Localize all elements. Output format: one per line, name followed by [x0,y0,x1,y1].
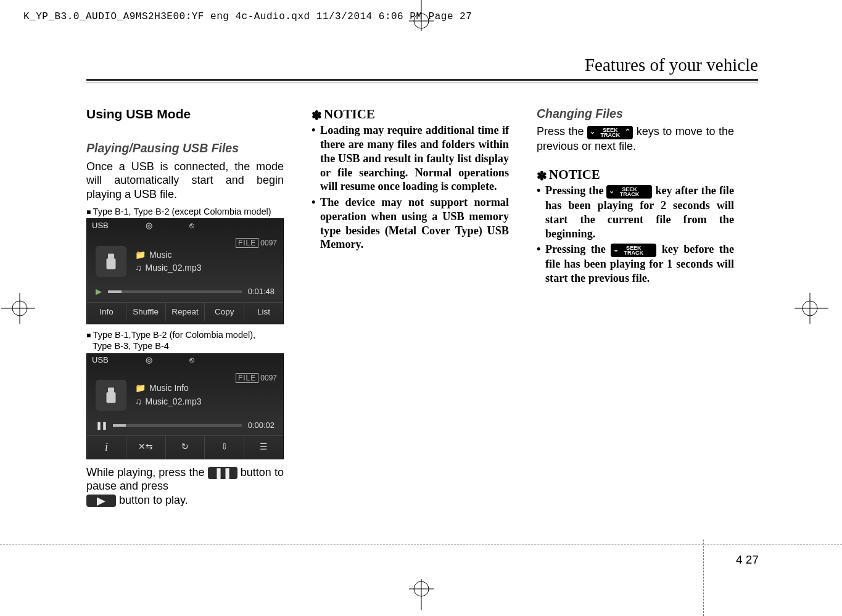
sub-heading-playing: Playing/Pausing USB Files [86,141,284,155]
notice-heading-col3: ✽NOTICE [537,166,734,183]
ss1-file-counter: FILE0097 [236,239,277,248]
press-seek-paragraph: Press the ⌄SEEKTRACK⌃ keys to move to th… [537,125,734,153]
screenshot-caption-2: Type B-1,Type B-2 (for Colombia model), … [86,329,284,351]
usb-device-icon [96,380,126,411]
folder-icon: 📁 [135,383,146,394]
usb-screenshot-1: USB ◎ ⎋ FILE0097 📁Music ♫Music_02.mp3 ▶ … [86,218,284,324]
progress-bar[interactable] [108,290,242,293]
column-2: ✽NOTICE Loading may require additional t… [312,106,509,253]
ss2-title: USB [92,355,109,365]
ss1-folder-name: Music [149,250,172,261]
pause-button-icon: ❚❚ [208,467,237,479]
ss1-repeat-button[interactable]: Repeat [166,303,205,322]
ss2-track-name: Music_02.mp3 [146,396,202,408]
page-title-rule [86,79,758,83]
ss1-elapsed-time: 0:01:48 [248,287,274,297]
svg-rect-13 [107,258,116,269]
pause-play-instruction: While playing, press the ❚❚ button to pa… [86,466,284,507]
registration-mark-left [1,290,38,327]
column-1: Using USB Mode Playing/Pausing USB Files… [86,106,284,507]
page-number: 4 27 [736,553,759,567]
seek-track-key-icon: ⌄SEEKTRACK [611,244,656,257]
disc-icon: ◎ [146,221,152,231]
ss1-shuffle-button[interactable]: Shuffle [126,303,166,322]
ss1-title: USB [92,221,109,231]
music-note-icon: ♫ [135,263,142,274]
screenshot-caption-1: Type B-1, Type B-2 (except Colombia mode… [86,206,284,217]
svg-point-5 [12,301,27,316]
svg-point-8 [803,301,817,316]
usb-icon: ⎋ [189,355,194,365]
seek-track-key-icon: ⌄SEEKTRACK⌃ [587,126,633,139]
paragraph-usb-connect: Once a USB is connected, the mode will a… [86,160,284,202]
pause-bars-icon: ❚❚ [96,421,107,430]
usb-icon: ⎋ [189,221,194,231]
seek-track-key-icon: ⌄SEEKTRACK [606,185,652,199]
play-triangle-icon: ▶ [96,287,102,297]
svg-point-11 [414,581,429,596]
ss2-file-counter: FILE0097 [236,374,277,383]
notice-item-seek-before: Pressing the ⌄SEEKTRACK key before the f… [537,242,734,285]
print-slug: K_YP_B3.0_AUDIO_A9MS2H3E00:YF eng 4c-Aud… [23,11,472,22]
disc-icon: ◎ [146,355,152,365]
section-heading: Using USB Mode [86,106,284,122]
ss1-info-button[interactable]: Info [87,303,126,322]
svg-rect-14 [108,387,114,392]
registration-mark-bottom [403,573,440,610]
crop-guide-horizontal [0,544,842,544]
notice-item-loading: Loading may require additional time if t… [312,123,509,194]
column-3: Changing Files Press the ⌄SEEKTRACK⌃ key… [537,106,734,287]
svg-rect-15 [107,392,116,403]
usb-screenshot-2: USB ◎ ⎋ FILE0097 📁Music Info ♫Music_02.m… [86,353,284,459]
crop-guide-vertical [703,540,704,616]
ss1-copy-button[interactable]: Copy [205,303,244,322]
page-title: Features of your vehicle [585,55,758,75]
ss1-track-name: Music_02.mp3 [146,263,202,274]
progress-bar[interactable] [113,424,242,427]
ss2-shuffle-button[interactable]: ✕⇆ [126,436,166,459]
sub-heading-changing: Changing Files [537,106,734,121]
ss2-info-button[interactable]: i [87,436,126,459]
ss2-elapsed-time: 0:00:02 [248,421,274,430]
music-note-icon: ♫ [135,396,142,408]
registration-mark-right [791,290,828,327]
notice-heading-col2: ✽NOTICE [312,106,509,122]
folder-icon: 📁 [135,250,146,261]
notice-item-device: The device may not support normal operat… [312,195,509,252]
ss2-list-button[interactable]: ☰ [244,436,283,459]
ss2-save-button[interactable]: ⇩ [205,436,244,459]
svg-rect-12 [108,254,114,259]
play-button-icon: ▶ [86,495,116,507]
notice-item-seek-after: Pressing the ⌄SEEKTRACK key after the fi… [537,184,734,240]
ss2-repeat-button[interactable]: ↻ [166,436,205,459]
ss1-list-button[interactable]: List [244,303,283,322]
usb-device-icon [96,246,126,277]
ss2-folder-name: Music Info [149,383,189,394]
